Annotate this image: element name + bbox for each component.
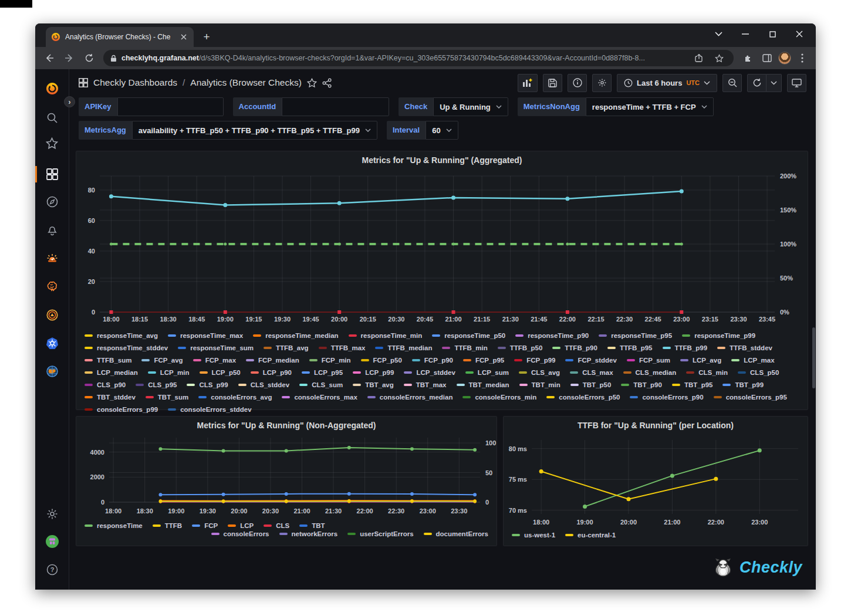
legend-item[interactable]: TTFB_sum [85, 357, 131, 364]
legend-item[interactable]: FCP [192, 522, 218, 529]
legend-item[interactable]: LCP_avg [680, 357, 721, 364]
legend-item[interactable]: CLS_median [623, 369, 677, 376]
kubernetes-icon[interactable] [45, 336, 59, 350]
legend-item[interactable]: FCP_avg [141, 357, 183, 364]
legend-item[interactable]: FCP_min [309, 357, 351, 364]
legend-item[interactable]: LCP_p99 [353, 369, 394, 376]
extensions-puzzle-icon[interactable] [741, 50, 756, 66]
legend-item[interactable]: responseTime_p99 [682, 332, 755, 339]
starred-icon[interactable] [45, 136, 59, 150]
legend-item[interactable]: CLS_p50 [738, 369, 779, 376]
legend-item[interactable]: consoleErrors_p99 [85, 406, 158, 413]
kiosk-tv-button[interactable] [787, 74, 806, 92]
address-bar[interactable]: checklyhq.grafana.net/d/s3BKQ-D4k/analyt… [103, 50, 734, 66]
legend-item[interactable]: TTFB_p95 [607, 344, 653, 351]
legend-item[interactable]: CLS_sum [299, 381, 343, 388]
new-tab-button[interactable]: + [198, 29, 215, 45]
legend-item[interactable]: responseTime_stddev [85, 344, 168, 351]
legend-item[interactable]: TTFB_min [442, 344, 487, 351]
legend-item[interactable]: FCP_median [246, 357, 299, 364]
legend-item[interactable]: consoleErrors [211, 530, 269, 537]
legend-item[interactable]: FCP_stddev [565, 357, 616, 364]
legend-item[interactable]: LCP_max [731, 357, 774, 364]
page-scrollbar[interactable] [812, 69, 816, 590]
legend-item[interactable]: LCP_median [85, 369, 138, 376]
legend-item[interactable]: consoleErrors_median [367, 394, 453, 401]
tab-close-icon[interactable] [179, 32, 188, 42]
legend-item[interactable]: TBT_min [519, 381, 560, 388]
alerting-bell-icon[interactable] [45, 223, 59, 237]
ttfb-location-chart[interactable]: 18:0019:0020:0021:0022:0023:0070 ms75 ms… [504, 432, 808, 528]
legend-item[interactable]: LCP_stddev [404, 369, 455, 376]
legend-item[interactable]: responseTime_p90 [515, 332, 589, 339]
legend-item[interactable]: CLS [264, 522, 289, 529]
add-panel-button[interactable] [518, 74, 538, 92]
legend-item[interactable]: responseTime_p50 [432, 332, 505, 339]
share-dashboard-icon[interactable] [322, 78, 332, 88]
sidebar-expand-button[interactable]: › [64, 96, 75, 107]
user-profile-icon[interactable] [45, 534, 59, 549]
legend-item[interactable]: LCP_p95 [302, 369, 343, 376]
aggregated-chart[interactable]: 18:0018:1518:3018:4519:0019:1519:3019:45… [76, 167, 808, 329]
lock-icon[interactable] [110, 55, 117, 62]
side-panel-icon[interactable] [759, 50, 775, 66]
legend-item[interactable]: TTFB [153, 522, 182, 529]
legend-item[interactable]: FCP_p99 [514, 357, 555, 364]
breadcrumb-page[interactable]: Analytics (Browser Checks) [190, 77, 302, 88]
machine-learning-brain-icon[interactable] [45, 279, 59, 293]
legend-item[interactable]: consoleErrors_p90 [630, 394, 703, 401]
legend-item[interactable]: LCP_p90 [251, 369, 292, 376]
legend-item[interactable]: consoleErrors_p50 [546, 394, 620, 401]
legend-item[interactable]: LCP_p50 [200, 369, 241, 376]
legend-item[interactable]: us-west-1 [512, 532, 555, 539]
legend-item[interactable]: LCP [228, 522, 254, 529]
minimize-button[interactable] [734, 25, 757, 43]
legend-item[interactable]: TBT_p90 [621, 381, 662, 388]
legend-item[interactable]: CLS_avg [519, 369, 560, 376]
legend-item[interactable]: networkErrors [279, 530, 338, 537]
search-icon[interactable] [45, 111, 59, 125]
close-button[interactable] [788, 25, 811, 43]
grafana-logo-icon[interactable] [45, 82, 59, 96]
explore-compass-icon[interactable] [45, 195, 59, 209]
url-text[interactable]: checklyhq.grafana.net/d/s3BKQ-D4k/analyt… [121, 54, 687, 62]
dashboard-settings-button[interactable] [592, 74, 612, 92]
dashboards-grid-icon[interactable] [79, 78, 88, 87]
legend-item[interactable]: CLS_min [686, 369, 728, 376]
legend-item[interactable]: responseTime_sum [178, 344, 254, 351]
legend-item[interactable]: eu-central-1 [565, 532, 616, 539]
panel-title[interactable]: Metrics for "Up & Running" (Aggregated) [76, 151, 808, 167]
panel-title[interactable]: TTFB for "Up & Running" (per Location) [504, 417, 808, 432]
legend-item[interactable]: TBT_p50 [570, 381, 612, 388]
legend-item[interactable]: FCP_p95 [463, 357, 504, 364]
var-check-select[interactable]: Up & Running [433, 97, 508, 116]
breadcrumb-root[interactable]: Checkly Dashboards [93, 77, 177, 88]
legend-item[interactable]: responseTime_avg [85, 332, 158, 339]
panel-title[interactable]: Metrics for "Up & Running" (Non-Aggregat… [76, 417, 497, 432]
var-metricsnonagg-select[interactable]: responseTime + TTFB + FCP [586, 97, 714, 116]
favorite-star-icon[interactable] [307, 78, 317, 88]
legend-item[interactable]: TTFB_p90 [552, 344, 597, 351]
back-button[interactable] [41, 50, 58, 66]
incident-siren-icon[interactable] [45, 251, 59, 265]
legend-item[interactable]: TTFB_p99 [663, 344, 708, 351]
forward-button[interactable] [61, 50, 77, 66]
scrollbar-thumb[interactable] [812, 327, 815, 388]
legend-item[interactable]: TTFB_p50 [498, 344, 543, 351]
settings-gear-icon[interactable] [45, 507, 59, 521]
legend-item[interactable]: CLS_max [570, 369, 613, 376]
share-icon[interactable] [691, 50, 707, 66]
refresh-button[interactable] [747, 74, 766, 92]
legend-item[interactable]: TBT [299, 522, 325, 529]
legend-item[interactable]: responseTime_median [253, 332, 338, 339]
reload-button[interactable] [81, 50, 97, 66]
legend-item[interactable]: FCP_p50 [361, 357, 402, 364]
maximize-button[interactable] [761, 25, 784, 43]
menu-dots-icon[interactable] [795, 50, 810, 66]
legend-item[interactable]: FCP_p90 [412, 357, 453, 364]
legend-item[interactable]: consoleErrors_p95 [714, 394, 787, 401]
save-dashboard-button[interactable] [543, 74, 562, 92]
bookmark-star-icon[interactable] [711, 50, 727, 66]
refresh-interval-dropdown[interactable] [766, 74, 782, 92]
legend-item[interactable]: CLS_p95 [136, 381, 177, 388]
